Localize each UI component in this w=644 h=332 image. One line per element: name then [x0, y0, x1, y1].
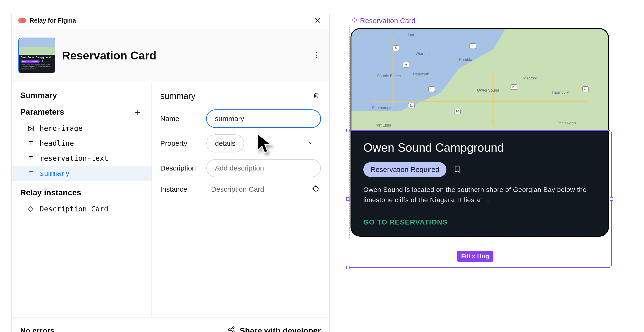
- param-reservation-text[interactable]: reservation-text: [12, 151, 152, 166]
- detail-heading: summary: [160, 91, 196, 101]
- route-shield: 10: [428, 86, 435, 92]
- add-parameter-button[interactable]: ＋: [132, 107, 143, 116]
- map-label: Port Elgin: [374, 123, 391, 127]
- plugin-topbar: Relay for Figma ✕: [12, 12, 329, 29]
- property-select[interactable]: details: [206, 134, 244, 152]
- route-shield: 6: [392, 45, 399, 51]
- detail-pane: summary Name Property details: [152, 82, 329, 317]
- param-label: hero-image: [40, 124, 83, 132]
- param-summary[interactable]: summary: [12, 166, 152, 181]
- thumb-desc: Owen Sound is located on the southern sh…: [21, 64, 53, 70]
- map-label: Owen Sound: [477, 88, 499, 92]
- param-headline[interactable]: headline: [12, 136, 152, 151]
- map-label: Mar: [408, 33, 414, 37]
- parameters-list: hero-image headline reservation-text: [12, 121, 152, 181]
- thumb-headline: Owen Sound Campground: [21, 56, 53, 59]
- autolayout-size-badge: Fill × Hug: [457, 251, 494, 262]
- figma-canvas: Reservation Card Mar Wiarton Kemble Saub…: [349, 17, 610, 238]
- param-label: headline: [40, 139, 74, 147]
- image-icon: [27, 125, 34, 132]
- text-icon: [27, 140, 34, 147]
- instance-description-card[interactable]: Description Card: [12, 202, 152, 216]
- instance-value: Description Card: [201, 185, 311, 193]
- map-label: Sauble Beach: [377, 74, 401, 78]
- parameters-heading: Parameters: [20, 107, 64, 116]
- error-status: No errors: [20, 326, 54, 332]
- name-label: Name: [160, 115, 201, 123]
- description-label: Description: [160, 164, 201, 172]
- share-label: Share with developer: [240, 326, 321, 332]
- text-icon: [27, 155, 34, 162]
- instance-label: Description Card: [40, 205, 108, 213]
- component-icon: [352, 17, 358, 25]
- summary-heading: Summary: [12, 91, 152, 107]
- relay-logo-icon: [18, 16, 27, 25]
- map-label: Wiarton: [416, 52, 428, 56]
- svg-rect-0: [28, 126, 34, 131]
- map-label: Chatsworth: [556, 121, 576, 125]
- hero-map-image: Mar Wiarton Kemble Sauble Beach Hepworth…: [352, 29, 608, 131]
- chevron-down-icon: [308, 140, 314, 147]
- kebab-menu-icon[interactable]: ⋯: [311, 50, 322, 61]
- relay-instances-heading: Relay instances: [12, 181, 152, 202]
- route-shield: 70: [454, 109, 461, 114]
- component-thumbnail: Owen Sound Campground Reservation Requir…: [18, 38, 55, 73]
- map-label: Kemble: [459, 58, 472, 62]
- property-label: Property: [160, 139, 201, 147]
- sidebar: Summary Parameters ＋ hero-image headline: [12, 82, 152, 317]
- map-label: Thornbury: [552, 90, 569, 95]
- frame-label[interactable]: Reservation Card: [352, 17, 610, 25]
- share-with-developer-button[interactable]: Share with developer: [227, 325, 321, 332]
- relay-plugin-panel: Relay for Figma ✕ Owen Sound Campground …: [12, 12, 330, 332]
- thumb-badge: Reservation Required: [21, 60, 40, 63]
- locate-instance-button[interactable]: [311, 184, 321, 195]
- component-title: Reservation Card: [62, 49, 156, 62]
- inner-selection: [348, 130, 612, 268]
- param-label: summary: [40, 169, 70, 178]
- panel-footer: No errors Share with developer: [12, 317, 329, 332]
- svg-point-2: [314, 187, 318, 191]
- route-shield: 26: [510, 84, 517, 90]
- instance-label-field: Instance: [160, 185, 201, 193]
- map-label: Southampton: [372, 106, 394, 110]
- delete-button[interactable]: [312, 91, 321, 102]
- route-shield: 9: [403, 62, 410, 68]
- route-shield: 1: [470, 43, 476, 49]
- property-value: details: [215, 139, 236, 147]
- share-icon: [227, 325, 235, 332]
- name-input[interactable]: [206, 110, 321, 128]
- frame-selection-outline: Mar Wiarton Kemble Sauble Beach Hepworth…: [349, 27, 610, 238]
- param-label: reservation-text: [40, 154, 108, 162]
- param-hero-image[interactable]: hero-image: [12, 121, 152, 136]
- description-input[interactable]: [206, 159, 321, 177]
- route-shield: 21: [408, 103, 414, 108]
- component-header: Owen Sound Campground Reservation Requir…: [12, 29, 329, 82]
- frame-label-text: Reservation Card: [360, 17, 415, 25]
- route-shield: 26: [582, 86, 589, 92]
- map-label: Hepworth: [413, 72, 429, 76]
- text-icon: [27, 170, 34, 177]
- map-label: Meaford: [523, 76, 538, 80]
- plugin-name: Relay for Figma: [30, 17, 76, 24]
- diamond-icon: [27, 206, 34, 213]
- svg-point-1: [30, 127, 30, 128]
- close-icon[interactable]: ✕: [312, 16, 323, 26]
